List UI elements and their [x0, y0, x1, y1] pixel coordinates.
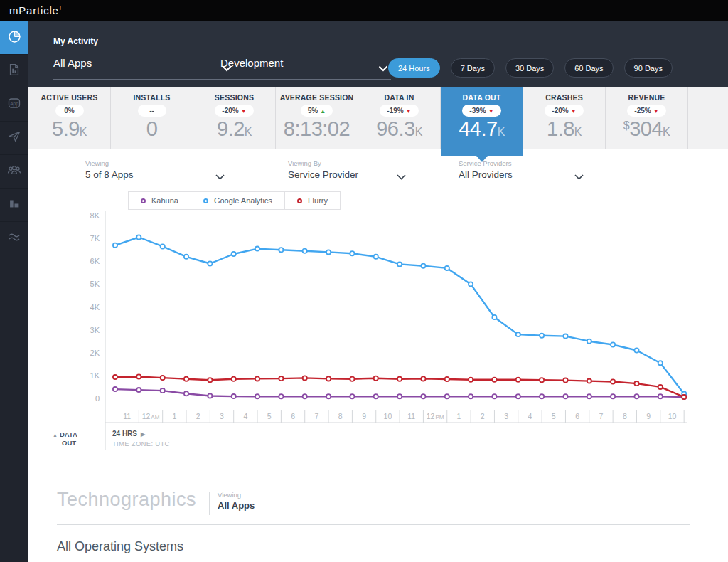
technographics-viewing-value[interactable]: All Apps [218, 500, 255, 511]
trend-down-icon: ▼ [653, 108, 659, 115]
mparticle-logo[interactable]: mParticle! [9, 4, 62, 16]
series-marker-icon [203, 198, 208, 203]
metrics-row: ACTIVE USERS0%5.9KINSTALLS--0SESSIONS-20… [28, 87, 728, 149]
svg-text:2: 2 [196, 412, 200, 420]
svg-text:10: 10 [384, 412, 392, 420]
waves-icon [6, 229, 22, 248]
audiences-icon [6, 162, 22, 181]
svg-text:12PM: 12PM [427, 412, 444, 420]
svg-text:3: 3 [220, 412, 224, 420]
sidebar-item-messaging[interactable] [0, 122, 28, 155]
metric-tile-crashes[interactable]: CRASHES-20%▼1.8K [523, 87, 606, 149]
data-out-line-chart[interactable]: 8K7K6K5K4K3K2K1K01112AM123456789101112PM… [71, 205, 697, 454]
viewing-apps-dropdown[interactable]: Viewing 5 of 8 Apps [85, 159, 225, 180]
metric-value: 5.9K [28, 119, 110, 139]
chart-range-label[interactable]: 24 HRS▶ [112, 430, 145, 438]
sidebar-item-apps[interactable]: App [0, 88, 28, 122]
svg-text:9: 9 [646, 412, 651, 420]
metric-tile-average-session[interactable]: AVERAGE SESSION5%▲8:13:02 [276, 87, 358, 149]
svg-text:3: 3 [504, 412, 508, 420]
service-providers-dropdown[interactable]: Service Providers All Providers [459, 159, 584, 180]
chevron-down-icon [215, 171, 225, 182]
metrics-filler [688, 87, 728, 149]
series-marker-icon [297, 198, 302, 203]
svg-text:3K: 3K [90, 326, 100, 334]
chevron-down-icon [397, 171, 406, 182]
svg-text:8: 8 [623, 412, 627, 420]
chart-y-metric-label[interactable]: ▲DATA OUT [53, 430, 77, 448]
svg-text:5K: 5K [90, 280, 100, 288]
viewing-value: 5 of 8 Apps [85, 169, 134, 180]
metric-label: ACTIVE USERS [28, 93, 110, 102]
range-pill-24-hours[interactable]: 24 Hours [388, 58, 440, 78]
all-operating-systems-heading: All Operating Systems [57, 539, 183, 554]
metric-label: DATA IN [358, 93, 440, 102]
sidebar-nav: App [0, 21, 28, 562]
divider [209, 492, 210, 515]
chevron-down-icon [574, 171, 584, 182]
header-panel: My Activity All Apps Development 24 Hour… [28, 21, 728, 87]
metric-tile-revenue[interactable]: REVENUE-25%▼$304K [606, 87, 688, 149]
svg-text:0: 0 [95, 394, 100, 403]
svg-text:8K: 8K [90, 211, 100, 220]
sidebar-item-data-master[interactable] [0, 189, 28, 222]
range-pill-7-days[interactable]: 7 Days [451, 58, 495, 78]
trend-down-icon: ▼ [406, 108, 412, 115]
sidebar-item-audiences[interactable] [0, 155, 28, 189]
app-filter-dropdown[interactable]: All Apps [53, 57, 235, 80]
metric-tile-data-out[interactable]: DATA OUT-39%▼44.7K [441, 87, 523, 156]
svg-text:1: 1 [172, 412, 176, 420]
range-pill-30-days[interactable]: 30 Days [505, 58, 554, 78]
svg-text:1: 1 [457, 412, 461, 420]
viewing-by-label: Viewing By [288, 159, 406, 167]
sidebar-item-activity[interactable] [0, 21, 28, 55]
sidebar-item-reports[interactable] [0, 55, 28, 88]
range-pill-90-days[interactable]: 90 Days [624, 58, 673, 78]
environment-filter-dropdown[interactable]: Development [220, 57, 391, 80]
metric-value: 9.2K [193, 119, 275, 139]
svg-text:10: 10 [668, 412, 677, 420]
apps-icon: App [6, 95, 22, 114]
svg-text:7: 7 [314, 412, 318, 420]
technographics-viewing-label: Viewing [218, 491, 241, 499]
play-right-icon: ▶ [141, 431, 145, 438]
bar-chart-icon [7, 196, 21, 213]
metric-change-badge: -39%▼ [462, 105, 500, 117]
svg-text:8: 8 [338, 412, 343, 420]
trend-down-icon: ▼ [488, 108, 494, 115]
svg-text:4: 4 [243, 412, 247, 420]
svg-text:4: 4 [528, 412, 532, 420]
metric-value: 1.8K [523, 119, 605, 139]
viewing-label: Viewing [85, 159, 225, 167]
environment-filter-value: Development [220, 57, 283, 69]
app-filter-value: All Apps [53, 57, 92, 69]
report-icon [7, 63, 21, 80]
svg-text:6: 6 [291, 412, 295, 420]
sort-up-icon: ▲ [53, 433, 58, 438]
timezone-label: TIME ZONE: UTC [112, 440, 170, 447]
metric-tile-data-in[interactable]: DATA IN-19%▼96.3K [358, 87, 441, 149]
metric-change-badge: -20%▼ [215, 105, 253, 117]
page-title: My Activity [53, 36, 98, 46]
svg-text:7: 7 [599, 412, 604, 420]
range-pill-60-days[interactable]: 60 Days [564, 58, 613, 78]
trend-up-icon: ▲ [320, 108, 326, 115]
metric-label: INSTALLS [111, 93, 193, 102]
svg-text:5: 5 [552, 412, 556, 420]
metric-tile-sessions[interactable]: SESSIONS-20%▼9.2K [193, 87, 276, 149]
metric-change-badge: -19%▼ [380, 105, 418, 117]
trend-down-icon: ▼ [571, 108, 577, 115]
svg-text:2: 2 [481, 412, 485, 420]
metric-label: CRASHES [523, 93, 605, 102]
metric-change-badge: 0% [55, 105, 84, 117]
viewing-by-dropdown[interactable]: Viewing By Service Provider [288, 159, 406, 180]
sidebar-item-streams[interactable] [0, 222, 28, 255]
service-providers-value: All Providers [459, 169, 513, 180]
pie-chart-icon [7, 29, 22, 47]
metric-tile-active-users[interactable]: ACTIVE USERS0%5.9K [28, 87, 111, 149]
metric-change-badge: -25%▼ [627, 105, 665, 117]
metric-tile-installs[interactable]: INSTALLS--0 [111, 87, 193, 149]
logo-mark: ! [60, 5, 62, 11]
svg-text:11: 11 [123, 412, 131, 420]
svg-text:12AM: 12AM [142, 412, 160, 420]
